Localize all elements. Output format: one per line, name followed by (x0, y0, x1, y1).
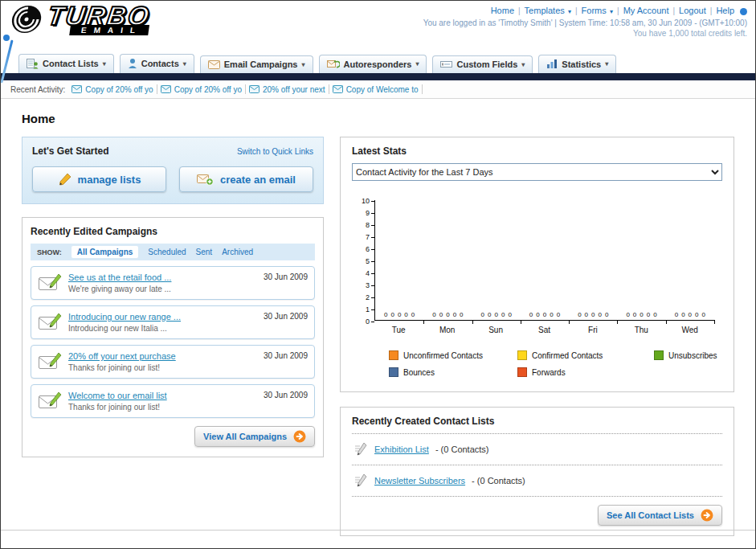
legend-item: Unconfirmed Contacts (389, 350, 517, 360)
tab-autoresponders[interactable]: Autoresponders▾ (319, 55, 427, 73)
chevron-down-icon: ▾ (301, 61, 304, 68)
value-label-group: 00000 (423, 311, 472, 318)
tab-contacts[interactable]: Contacts▾ (120, 54, 194, 73)
campaign-item[interactable]: See us at the retail food ...We're givin… (31, 266, 315, 300)
tab-label: Autoresponders (344, 59, 412, 69)
campaign-envelope-pencil-icon (38, 312, 62, 331)
legend-label: Forwards (532, 368, 566, 377)
chevron-down-icon: ▾ (183, 60, 186, 68)
contact-list-item[interactable]: Newsletter Subscribers- (0 Contacts) (352, 465, 722, 497)
campaign-envelope-pencil-icon (38, 272, 62, 292)
chart-x-axis: TueMonSunSatFriThuWed (352, 326, 722, 334)
create-email-button[interactable]: create an email (179, 166, 313, 192)
y-tick-value: 7 (366, 233, 370, 241)
logo-words: TURBO EMAIL (45, 4, 153, 35)
tab-email-campaigns[interactable]: Email Campaigns▾ (200, 55, 313, 73)
campaign-date: 30 Jun 2009 (264, 312, 308, 321)
campaign-item[interactable]: Welcome to our email listThanks for join… (31, 384, 315, 418)
campaign-date: 30 Jun 2009 (264, 351, 308, 360)
chevron-down-icon: ▾ (566, 8, 571, 15)
campaign-title-link[interactable]: Welcome to our email list (68, 391, 257, 400)
contact-list-name-link[interactable]: Exhibition List (374, 445, 429, 454)
campaign-title-link[interactable]: 20% off your next purchase (68, 351, 257, 361)
view-all-campaigns-button[interactable]: View All Campaigns (194, 426, 315, 447)
y-tick-label: 5 (366, 257, 374, 265)
envelope-icon (161, 85, 171, 93)
recent-activity-item: Copy of Welcome to (333, 85, 419, 94)
nav-link-help[interactable]: Help (716, 6, 734, 15)
contact-list-detail: - (0 Contacts) (435, 445, 489, 454)
tab-statistics[interactable]: Statistics▾ (538, 55, 616, 73)
y-tick-label: 10 (362, 197, 374, 205)
campaign-subtitle: Introducing our new Italia ... (68, 324, 257, 333)
campaign-text: Introducing our new range ...Introducing… (68, 312, 257, 333)
y-tick-value: 1 (366, 305, 370, 313)
campaigns-button-row: View All Campaigns (31, 426, 315, 447)
see-all-contact-lists-button[interactable]: See All Contact Lists (598, 505, 722, 526)
value-label: 0 (647, 311, 650, 318)
value-label: 0 (529, 311, 533, 318)
tab-label: Statistics (562, 59, 601, 69)
recent-activity-items: Copy of 20% off yoCopy of 20% off yo20% … (72, 84, 425, 94)
nav-link-forms[interactable]: Forms ▾ (582, 6, 613, 15)
recent-activity-link[interactable]: Copy of Welcome to (346, 85, 419, 94)
y-tick-value: 2 (366, 293, 370, 301)
recent-activity-link[interactable]: Copy of 20% off yo (85, 85, 153, 94)
x-tick-label: Thu (617, 326, 665, 334)
contact-list-name-link[interactable]: Newsletter Subscribers (374, 476, 465, 485)
filter-sent[interactable]: Sent (196, 248, 213, 256)
recent-activity-item: 20% off your next (249, 85, 325, 94)
stats-range-select[interactable]: Contact Activity for the Last 7 Days (352, 163, 722, 181)
nav-link-templates[interactable]: Templates ▾ (525, 6, 571, 15)
recent-activity-item: Copy of 20% off yo (161, 85, 242, 94)
campaign-title-link[interactable]: Introducing our new range ... (68, 312, 257, 322)
main-content: Home Let's Get Started Switch to Quick L… (1, 99, 755, 536)
campaigns-title: Recently Edited Campaigns (31, 226, 315, 237)
show-label: SHOW: (37, 248, 62, 256)
contact-list-item[interactable]: Exhibition List- (0 Contacts) (352, 434, 722, 465)
manage-lists-label: manage lists (78, 174, 141, 186)
recent-activity-link[interactable]: 20% off your next (263, 85, 325, 94)
y-tick-value: 4 (366, 269, 370, 277)
y-tick-label: 9 (366, 209, 374, 217)
list-pencil-icon (353, 441, 368, 457)
view-all-campaigns-label: View All Campaigns (203, 432, 287, 441)
y-tick-label: 0 (366, 318, 374, 326)
value-label: 0 (404, 311, 407, 318)
value-label: 0 (626, 311, 629, 318)
filter-all-campaigns[interactable]: All Campaigns (72, 246, 138, 258)
tab-custom-fields[interactable]: Custom Fields▾ (432, 55, 533, 73)
legend-item: Unsubscribes (654, 350, 722, 360)
app-logo[interactable]: TURBO EMAIL (8, 3, 214, 35)
logo-text-secondary: EMAIL (69, 25, 149, 35)
chevron-down-icon: ▾ (521, 61, 525, 68)
columns: Let's Get Started Switch to Quick Links … (22, 137, 734, 536)
campaign-envelope-pencil-icon (38, 391, 62, 410)
switch-to-quick-links-link[interactable]: Switch to Quick Links (237, 147, 313, 156)
value-label-group: 00000 (666, 311, 714, 318)
legend-swatch (389, 367, 398, 377)
legend-swatch (389, 350, 398, 360)
see-all-contact-lists-label: See All Contact Lists (607, 510, 694, 520)
recently-edited-campaigns-panel: Recently Edited Campaigns SHOW: All Camp… (22, 217, 324, 457)
campaign-item[interactable]: 20% off your next purchaseThanks for joi… (31, 345, 315, 379)
manage-lists-button[interactable]: manage lists (32, 166, 166, 192)
legend-item: Forwards (517, 367, 654, 377)
chart-value-labels: 00000000000000000000000000000000000 (375, 311, 714, 318)
value-label: 0 (550, 311, 553, 318)
campaign-title-link[interactable]: See us at the retail food ... (68, 272, 257, 282)
x-tick-mark (617, 320, 618, 324)
campaign-item[interactable]: Introducing our new range ...Introducing… (31, 305, 315, 339)
legend-label: Unsubscribes (668, 351, 717, 360)
filter-scheduled[interactable]: Scheduled (148, 248, 186, 256)
tab-contact-lists[interactable]: Contact Lists▾ (18, 54, 114, 73)
value-label-group: 00000 (472, 311, 521, 318)
legend-label: Bounces (403, 368, 435, 377)
chart-plot-area: 00000000000000000000000000000000000 (374, 200, 714, 321)
nav-link-home[interactable]: Home (491, 6, 514, 15)
nav-link-my-account[interactable]: My Account (623, 6, 669, 15)
y-tick-value: 3 (366, 281, 370, 289)
filter-archived[interactable]: Archived (222, 248, 253, 256)
nav-link-logout[interactable]: Logout (679, 6, 706, 15)
recent-activity-link[interactable]: Copy of 20% off yo (174, 85, 242, 94)
